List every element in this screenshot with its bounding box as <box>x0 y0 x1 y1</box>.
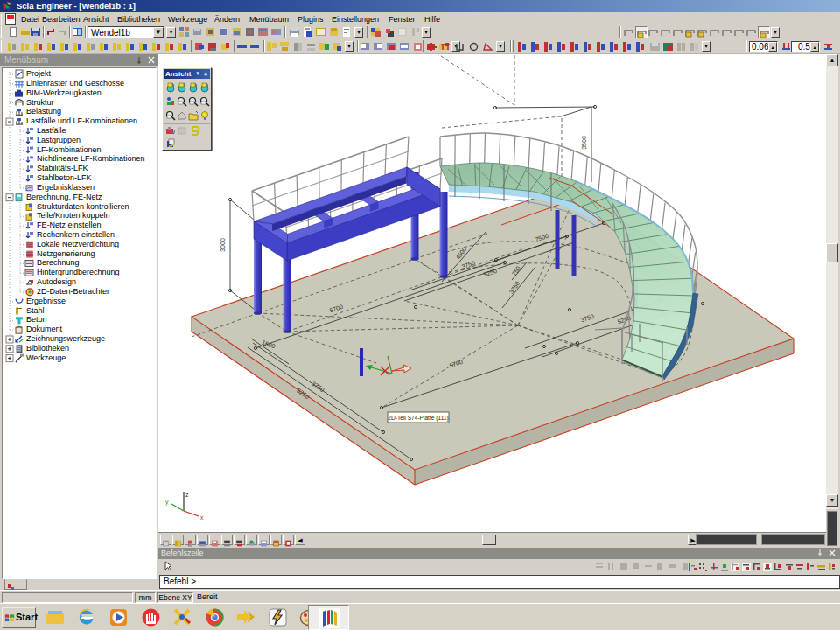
svg-text:x: x <box>200 514 204 521</box>
svg-text:3000: 3000 <box>220 238 226 252</box>
svg-text:3500: 3500 <box>581 136 587 150</box>
svg-text:2D-Teil S74-Platte (111): 2D-Teil S74-Platte (111) <box>388 415 448 422</box>
svg-text:z: z <box>186 492 189 498</box>
svg-text:y: y <box>165 499 169 506</box>
